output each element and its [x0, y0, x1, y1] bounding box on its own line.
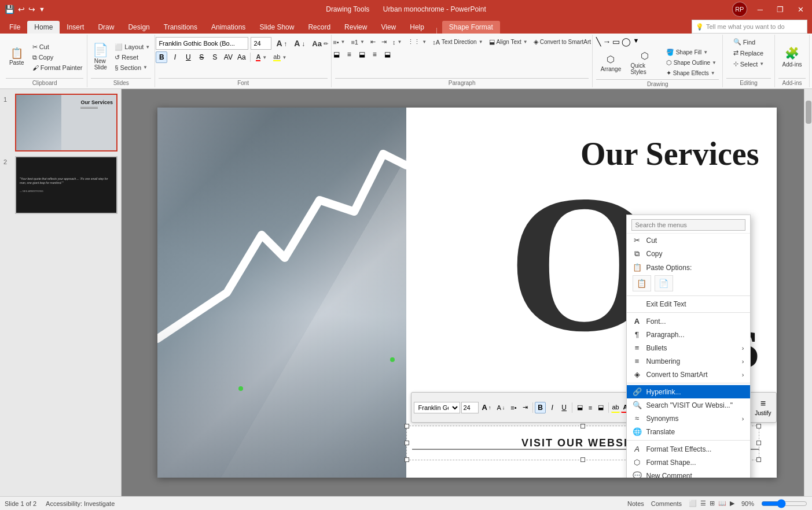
mini-align-right-button[interactable]: ⬓: [596, 402, 606, 412]
tell-me-search[interactable]: 💡 Tell me what you want to do: [692, 20, 807, 34]
text-direction-button[interactable]: ↕A Text Direction ▼: [430, 38, 485, 47]
slide-2-thumb[interactable]: "Your best quote that reflects your appr…: [15, 156, 117, 214]
tab-insert[interactable]: Insert: [60, 21, 91, 34]
canvas-area[interactable]: Our Services O es VISIT OUR WEBSITE: [122, 89, 812, 496]
context-translate[interactable]: 🌐 Translate: [627, 425, 750, 438]
bold-button[interactable]: B: [156, 51, 167, 63]
save-icon[interactable]: 💾: [5, 5, 14, 14]
mini-italic-button[interactable]: I: [547, 402, 557, 413]
outline-view-icon[interactable]: ☰: [700, 500, 706, 507]
context-exit-edit[interactable]: Exit Edit Text: [627, 298, 750, 311]
tab-draw[interactable]: Draw: [91, 21, 121, 34]
context-bullets[interactable]: ≡ Bullets ›: [627, 341, 750, 354]
user-avatar[interactable]: RP: [732, 2, 747, 17]
convert-smartart-button[interactable]: ◈ Convert to SmartArt: [531, 37, 593, 47]
context-font[interactable]: A Font...: [627, 315, 750, 328]
align-text-button[interactable]: ⬓ Align Text ▼: [487, 37, 530, 47]
justify-button[interactable]: ≡: [369, 49, 380, 60]
shape-oval-icon[interactable]: ◯: [622, 37, 631, 46]
bullets-button[interactable]: ≡• ▼: [330, 38, 347, 47]
font-color-button[interactable]: A ▼: [253, 52, 269, 62]
presenter-icon[interactable]: ▶: [730, 500, 734, 507]
mini-bullets-button[interactable]: ≡•: [508, 403, 519, 412]
tab-transitions[interactable]: Transitions: [157, 21, 204, 34]
select-button[interactable]: ⊹ Select ▼: [731, 59, 767, 69]
slide-1-thumb[interactable]: Our Services: [15, 94, 117, 151]
tab-view[interactable]: View: [374, 21, 403, 34]
tab-review[interactable]: Review: [337, 21, 374, 34]
quick-styles-button[interactable]: ⬡ Quick Styles: [627, 49, 661, 77]
zoom-slider[interactable]: [761, 499, 807, 508]
notes-button[interactable]: Notes: [627, 500, 644, 507]
cut-button[interactable]: ✂ Cut: [30, 42, 85, 52]
clear-formatting-button[interactable]: Aa ✏: [310, 38, 330, 49]
underline-button[interactable]: U: [182, 51, 194, 63]
context-convert-smartart[interactable]: ◈ Convert to SmartArt ›: [627, 368, 750, 381]
paste-merge-formatting[interactable]: 📄: [655, 275, 673, 291]
tab-record[interactable]: Record: [301, 21, 337, 34]
char-spacing-button[interactable]: AV: [222, 51, 234, 63]
shape-effects-button[interactable]: ✦ Shape Effects ▼: [664, 68, 719, 78]
section-button[interactable]: § Section ▼: [112, 63, 152, 72]
tab-design[interactable]: Design: [121, 21, 156, 34]
font-size-input[interactable]: [251, 37, 271, 50]
context-new-comment[interactable]: 💬 New Comment: [627, 469, 750, 478]
comments-button[interactable]: Comments: [651, 500, 682, 507]
redo-icon[interactable]: ↪: [28, 5, 35, 14]
reset-button[interactable]: ↺ Reset: [112, 53, 152, 62]
tab-file[interactable]: File: [2, 21, 27, 34]
mini-highlight-button[interactable]: ab: [611, 402, 620, 413]
mini-justify-button[interactable]: ≡ Justify: [752, 397, 773, 417]
context-format-text[interactable]: A Format Text Effects...: [627, 442, 750, 456]
center-button[interactable]: ≡: [343, 49, 355, 60]
font-name-input[interactable]: [156, 37, 248, 50]
scrollbar-thumb[interactable]: [806, 101, 811, 124]
mini-grow-button[interactable]: A ↑: [480, 402, 494, 413]
grow-font-button[interactable]: A↑: [274, 38, 289, 49]
normal-view-icon[interactable]: ⬜: [689, 500, 697, 507]
accessibility-label[interactable]: Accessibility: Investigate: [46, 500, 115, 507]
shadow-button[interactable]: S: [209, 51, 221, 63]
strikethrough-button[interactable]: S: [196, 51, 207, 63]
minimize-button[interactable]: ─: [754, 4, 766, 15]
context-hyperlink[interactable]: 🔗 Hyperlink...: [627, 385, 750, 398]
mini-shrink-button[interactable]: A ↓: [494, 403, 507, 412]
mini-center-button[interactable]: ≡: [586, 403, 594, 412]
mini-font-select[interactable]: Franklin Gott...: [414, 402, 460, 413]
reading-view-icon[interactable]: 📖: [718, 500, 726, 507]
replace-button[interactable]: ⇄ Replace: [731, 48, 766, 58]
find-button[interactable]: 🔍 Find: [731, 37, 758, 47]
shape-rect-icon[interactable]: ▭: [612, 37, 620, 46]
customize-icon[interactable]: ▼: [39, 6, 45, 13]
mini-align-left-button[interactable]: ⬓: [575, 402, 585, 412]
shape-line-icon[interactable]: ╲: [596, 37, 601, 46]
slide-sorter-icon[interactable]: ⊞: [710, 500, 715, 507]
mini-indent-button[interactable]: ⇥: [520, 402, 530, 412]
italic-button[interactable]: I: [169, 51, 181, 63]
mini-bold-button[interactable]: B: [535, 402, 546, 413]
tab-animations[interactable]: Animations: [204, 21, 252, 34]
shape-arrow-icon[interactable]: →: [602, 37, 611, 46]
line-spacing-button[interactable]: ↕ ▼: [390, 38, 404, 47]
context-numbering[interactable]: ≡ Numbering ›: [627, 354, 750, 368]
shrink-font-button[interactable]: A↓: [292, 38, 307, 49]
columns-button[interactable]: ⋮⋮ ▼: [405, 37, 429, 47]
context-search-input[interactable]: [631, 219, 745, 231]
mini-size-input[interactable]: [461, 402, 479, 413]
change-case-button[interactable]: Aa: [236, 51, 247, 63]
undo-icon[interactable]: ↩: [18, 5, 25, 14]
context-paragraph[interactable]: ¶ Paragraph...: [627, 328, 750, 341]
context-copy[interactable]: ⧉ Copy: [627, 247, 750, 261]
paste-button[interactable]: 📋 Paste: [5, 46, 29, 68]
shape-fill-button[interactable]: 🪣 Shape Fill ▼: [664, 47, 719, 57]
arrange-button[interactable]: ⬡ Arrange: [596, 52, 625, 74]
context-search-item[interactable]: 🔍 Search "VISIT Our Websi...": [627, 398, 750, 412]
layout-button[interactable]: ⬜ Layout ▼: [112, 42, 152, 52]
tab-shape-format[interactable]: Shape Format: [442, 21, 500, 34]
copy-button[interactable]: ⧉ Copy: [30, 53, 85, 62]
highlight-button[interactable]: ab ▼: [271, 52, 289, 62]
paste-keep-source[interactable]: 📋: [633, 275, 651, 291]
vertical-scrollbar[interactable]: [804, 89, 812, 496]
mini-underline-button[interactable]: U: [559, 402, 569, 413]
indent-more-button[interactable]: ⇥: [379, 37, 389, 47]
